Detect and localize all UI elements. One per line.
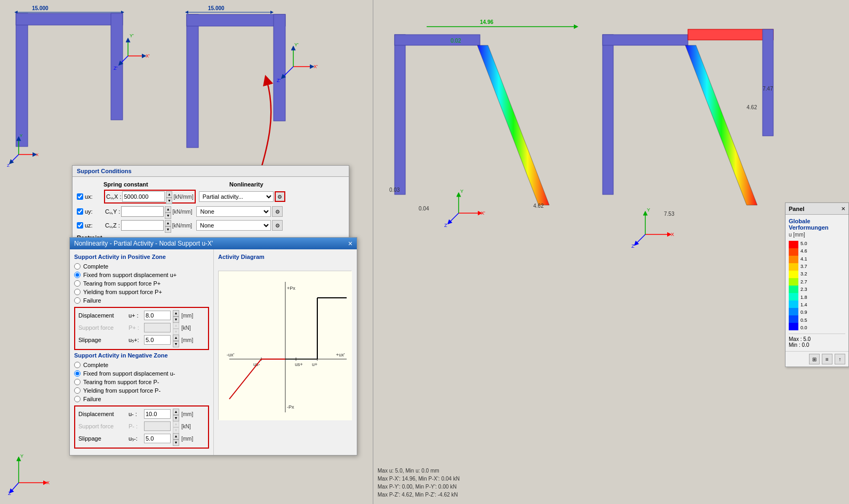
structure-left-svg: 15.000 X' Y' Z' X Y Z — [5, 3, 165, 168]
nonlinearity-ux-dropdown[interactable]: Partial activity... — [199, 191, 274, 202]
pos-option-fixed[interactable]: Fixed from support displacement u+ — [74, 272, 209, 278]
cu-y-spinner[interactable]: ▲▼ — [165, 206, 171, 217]
pos-option-yielding[interactable]: Yielding from support force P+ — [74, 289, 209, 295]
panel-footer-btn-3[interactable]: ↑ — [835, 354, 845, 364]
nonlinearity-uz-dropdown[interactable]: None — [196, 220, 271, 231]
support-dialog-title: Support Conditions — [77, 168, 132, 174]
structure-right-top-svg: 15.000 X' Y' Z' — [176, 3, 341, 168]
panel-body: Globale Verformungen u [mm] — [786, 215, 848, 351]
svg-rect-36 — [688, 29, 773, 40]
pos-disp-spinner[interactable]: ▲▼ — [173, 310, 179, 321]
label-4-62-top: 4.62 — [747, 104, 757, 110]
uy-checkbox[interactable] — [77, 208, 83, 215]
nonlinearity-ux-icon-btn[interactable]: ⚙ — [275, 191, 285, 202]
scale-val-9: 0.9 — [800, 310, 807, 315]
partial-dialog-title: Nonlinearity - Partial Activity - Nodal … — [74, 240, 213, 247]
panel-close-btn[interactable]: × — [841, 205, 845, 213]
nonlinearity-uz-icon-btn[interactable]: ⚙ — [272, 220, 283, 231]
nonlinearity-uy-dropdown[interactable]: None — [196, 206, 271, 217]
cu-z-unit: [kN/mm] — [172, 223, 192, 229]
uy-label: uy: — [85, 208, 93, 215]
panel-min-row: Min : 0.0 — [789, 342, 845, 348]
pos-displacement-row: Displacement u+ : ▲▼ [mm] — [78, 310, 205, 321]
label-0-02: 0.02 — [451, 38, 461, 44]
cu-y-label: Cᵤ,Y : — [105, 208, 120, 215]
panel-footer-btn-1[interactable]: ⊞ — [809, 354, 820, 364]
neg-slippage-spinner[interactable]: ▲▼ — [173, 433, 179, 444]
support-dialog-body: Spring constant Nonlinearity ux: Cᵤ,X : … — [73, 177, 349, 245]
neg-slippage-var: u₅-: — [129, 435, 142, 442]
pos-force-var: P+ : — [129, 324, 142, 331]
cu-z-label: Cᵤ,Z : — [105, 222, 120, 229]
partial-activity-dialog: Nonlinearity - Partial Activity - Nodal … — [69, 237, 357, 456]
diagram-us-pos: us+ — [295, 362, 303, 367]
info-line3: Max P-Y': 0.00, Min P-Y': 0.00 kN — [378, 483, 460, 491]
neg-slippage-input[interactable] — [144, 434, 171, 443]
pos-slippage-input[interactable] — [144, 335, 171, 345]
diagram-minus-px: -Px — [287, 404, 294, 410]
ux-checkbox[interactable] — [77, 193, 83, 200]
panel-min-label: Min : — [789, 342, 800, 348]
neg-disp-input[interactable] — [144, 409, 171, 419]
partial-dialog-left: Support Activity in Positive Zone Comple… — [70, 249, 214, 455]
dim-label-left: 15.000 — [32, 5, 49, 11]
neg-option-tearing[interactable]: Tearing from support force P- — [74, 379, 209, 385]
neg-slippage-row: Slippage u₅-: ▲▼ [mm] — [78, 433, 205, 444]
x-r2: X — [671, 232, 674, 237]
pos-slippage-row: Slippage u₅+: ▲▼ [mm] — [78, 335, 205, 345]
svg-rect-30 — [395, 35, 405, 194]
pos-option-failure[interactable]: Failure — [74, 297, 209, 304]
panel-footer-btn-2[interactable]: ≡ — [822, 354, 832, 364]
positive-params: Displacement u+ : ▲▼ [mm] Support force … — [74, 307, 209, 350]
scale-val-0: 5.0 — [800, 241, 807, 246]
neg-option-complete[interactable]: Complete — [74, 362, 209, 368]
pos-disp-input[interactable] — [144, 311, 171, 320]
diagram-neg-ux: -ux' — [227, 352, 235, 357]
scale-val-3: 3.7 — [800, 264, 807, 269]
y-axis-label-l2: Y — [20, 133, 23, 138]
scale-val-1: 4.6 — [800, 248, 807, 254]
nonlinearity-uy-icon-btn[interactable]: ⚙ — [272, 206, 283, 217]
x-axis-label-l1: X' — [146, 53, 150, 59]
cu-z-input[interactable] — [121, 220, 164, 231]
neg-disp-var: u- : — [129, 411, 142, 417]
svg-rect-1 — [16, 13, 28, 147]
neg-displacement-row: Displacement u- : ▲▼ [mm] — [78, 409, 205, 419]
neg-force-spinner: ▲▼ — [173, 421, 179, 432]
cu-y-input[interactable] — [121, 206, 164, 217]
cu-x-input[interactable] — [122, 191, 165, 202]
svg-rect-33 — [603, 35, 613, 194]
right-viewport: 14.96 0.02 X' Y Z 0.03 0.04 4.62 7.47 4.… — [373, 0, 849, 504]
pos-slippage-label: Slippage — [78, 337, 126, 343]
partial-dialog-body: Support Activity in Positive Zone Comple… — [70, 249, 357, 455]
pos-force-row: Support force P+ : ▲▼ [kN] — [78, 322, 205, 333]
activity-diagram-header: Activity Diagram — [218, 254, 353, 260]
scale-labels: 5.0 4.6 4.1 3.7 3.2 2.7 2.3 1.8 1.4 0.9 … — [800, 241, 807, 330]
y-axis-label-l1: Y' — [130, 33, 134, 38]
neg-option-fixed[interactable]: Fixed from support displacement u- — [74, 370, 209, 377]
pos-slippage-spinner[interactable]: ▲▼ — [173, 335, 179, 345]
uz-checkbox[interactable] — [77, 222, 83, 229]
info-line1: Max u: 5.0, Min u: 0.0 mm — [378, 467, 460, 475]
cu-z-spinner[interactable]: ▲▼ — [165, 220, 171, 231]
neg-option-yielding[interactable]: Yielding from support force P- — [74, 387, 209, 394]
pos-option-tearing[interactable]: Tearing from support force P+ — [74, 280, 209, 287]
neg-disp-spinner[interactable]: ▲▼ — [173, 409, 179, 419]
cu-x-spinner[interactable]: ▲▼ — [166, 191, 172, 202]
neg-disp-unit: [mm] — [181, 411, 193, 417]
partial-dialog-right: Activity Diagram +Px — [214, 249, 357, 455]
svg-rect-13 — [274, 14, 285, 121]
svg-rect-37 — [763, 29, 773, 136]
y-bl: Y — [20, 453, 23, 459]
pos-option-complete[interactable]: Complete — [74, 263, 209, 270]
negative-params: Displacement u- : ▲▼ [mm] Support force … — [74, 405, 209, 449]
svg-rect-2 — [16, 13, 123, 25]
partial-dialog-close[interactable]: × — [348, 240, 353, 247]
panel-min-value: 0.0 — [802, 342, 809, 348]
dim-label-right: 15.000 — [208, 5, 225, 11]
y-r1: Y — [460, 189, 463, 194]
x-r1: X' — [481, 210, 485, 216]
neg-option-failure[interactable]: Failure — [74, 396, 209, 402]
x-axis-label-r1: X' — [314, 64, 318, 69]
pos-disp-label: Displacement — [78, 312, 126, 319]
